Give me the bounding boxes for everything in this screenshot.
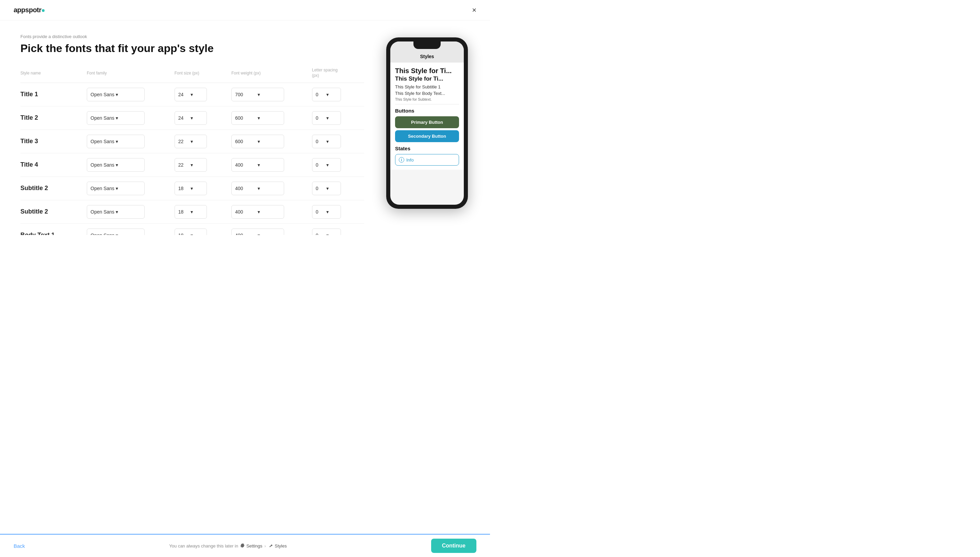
logo-dot xyxy=(42,9,44,12)
chevron-down-icon: ▾ xyxy=(116,186,141,191)
letter-spacing-value: 0 xyxy=(316,186,327,191)
font-family-select[interactable]: Open Sans ▾ xyxy=(87,111,145,125)
letter-spacing-value: 0 xyxy=(316,115,327,121)
letter-spacing-value: 0 xyxy=(316,92,327,97)
chevron-down-icon: ▾ xyxy=(116,139,141,144)
font-weight-select[interactable]: 400 ▾ xyxy=(231,158,284,172)
chevron-down-icon: ▾ xyxy=(326,186,337,191)
font-family-value: Open Sans xyxy=(90,139,116,144)
font-weight-value: 400 xyxy=(235,186,258,191)
font-weight-select[interactable]: 700 ▾ xyxy=(231,88,284,101)
chevron-down-icon: ▾ xyxy=(191,186,203,191)
font-weight-select[interactable]: 600 ▾ xyxy=(231,111,284,125)
font-family-select[interactable]: Open Sans ▾ xyxy=(87,135,145,148)
letter-spacing-select[interactable]: 0 ▾ xyxy=(312,205,341,219)
font-family-select[interactable]: Open Sans ▾ xyxy=(87,158,145,172)
style-name-cell: Title 1 xyxy=(20,91,38,98)
main-content: Fonts provide a distinctive outlook Pick… xyxy=(0,20,490,235)
page-subtitle: Fonts provide a distinctive outlook xyxy=(20,34,364,39)
logo-text: appspotr xyxy=(14,6,41,14)
style-name-cell: Subtitle 2 xyxy=(20,185,48,191)
chevron-down-icon: ▾ xyxy=(191,233,203,235)
phone-mockup: Styles This Style for Ti... This Style f… xyxy=(386,37,468,209)
font-size-value: 22 xyxy=(178,162,191,168)
col-letter-spacing: Letter spacing(px) xyxy=(312,65,364,83)
right-panel: Styles This Style for Ti... This Style f… xyxy=(378,34,476,235)
chevron-down-icon: ▾ xyxy=(258,162,280,168)
font-size-value: 24 xyxy=(178,92,191,97)
font-family-value: Open Sans xyxy=(90,162,116,168)
font-size-select[interactable]: 24 ▾ xyxy=(175,88,207,101)
letter-spacing-select[interactable]: 0 ▾ xyxy=(312,228,341,235)
letter-spacing-value: 0 xyxy=(316,233,327,235)
col-font-size: Font size (px) xyxy=(175,65,231,83)
table-row: Subtitle 2 Open Sans ▾ 18 ▾ 400 ▾ 0 ▾ xyxy=(20,200,364,223)
table-row: Title 3 Open Sans ▾ 22 ▾ 600 ▾ 0 ▾ xyxy=(20,130,364,153)
font-size-select[interactable]: 18 ▾ xyxy=(175,182,207,195)
font-size-select[interactable]: 22 ▾ xyxy=(175,158,207,172)
table-row: Title 2 Open Sans ▾ 24 ▾ 600 ▾ 0 ▾ xyxy=(20,106,364,130)
font-family-value: Open Sans xyxy=(90,92,116,97)
letter-spacing-select[interactable]: 0 ▾ xyxy=(312,88,341,101)
phone-subtext: This Style for Subtext. xyxy=(395,97,459,104)
letter-spacing-select[interactable]: 0 ▾ xyxy=(312,135,341,148)
phone-secondary-button[interactable]: Secondary Button xyxy=(395,130,459,142)
chevron-down-icon: ▾ xyxy=(116,115,141,121)
chevron-down-icon: ▾ xyxy=(191,209,203,215)
font-weight-value: 700 xyxy=(235,92,258,97)
font-family-select[interactable]: Open Sans ▾ xyxy=(87,182,145,195)
font-weight-value: 400 xyxy=(235,162,258,168)
letter-spacing-select[interactable]: 0 ▾ xyxy=(312,182,341,195)
font-size-select[interactable]: 24 ▾ xyxy=(175,111,207,125)
font-weight-value: 400 xyxy=(235,233,258,235)
font-size-select[interactable]: 18 ▾ xyxy=(175,205,207,219)
chevron-down-icon: ▾ xyxy=(258,92,280,97)
font-size-select[interactable]: 18 ▾ xyxy=(175,228,207,235)
style-name-cell: Subtitle 2 xyxy=(20,208,48,215)
chevron-down-icon: ▾ xyxy=(326,115,337,121)
font-size-value: 24 xyxy=(178,115,191,121)
font-weight-select[interactable]: 600 ▾ xyxy=(231,135,284,148)
font-weight-value: 600 xyxy=(235,115,258,121)
chevron-down-icon: ▾ xyxy=(191,162,203,168)
chevron-down-icon: ▾ xyxy=(116,209,141,215)
font-size-value: 18 xyxy=(178,209,191,215)
font-weight-select[interactable]: 400 ▾ xyxy=(231,205,284,219)
style-name-cell: Body Text 1 xyxy=(20,231,55,235)
logo: appspotr xyxy=(14,6,44,14)
style-name-cell: Title 4 xyxy=(20,161,38,168)
font-family-value: Open Sans xyxy=(90,186,116,191)
phone-info-field: i Info xyxy=(395,154,459,166)
chevron-down-icon: ▾ xyxy=(326,92,337,97)
phone-body-text: This Style for Body Text... xyxy=(395,91,459,96)
font-family-select[interactable]: Open Sans ▾ xyxy=(87,88,145,101)
letter-spacing-select[interactable]: 0 ▾ xyxy=(312,111,341,125)
table-row: Subtitle 2 Open Sans ▾ 18 ▾ 400 ▾ 0 ▾ xyxy=(20,176,364,200)
font-weight-value: 400 xyxy=(235,209,258,215)
font-family-value: Open Sans xyxy=(90,209,116,215)
table-row: Title 1 Open Sans ▾ 24 ▾ 700 ▾ 0 ▾ xyxy=(20,83,364,106)
close-button[interactable]: × xyxy=(472,7,476,14)
font-size-value: 22 xyxy=(178,139,191,144)
font-weight-select[interactable]: 400 ▾ xyxy=(231,182,284,195)
font-size-value: 18 xyxy=(178,186,191,191)
info-icon: i xyxy=(399,157,404,163)
chevron-down-icon: ▾ xyxy=(258,115,280,121)
chevron-down-icon: ▾ xyxy=(191,92,203,97)
font-family-select[interactable]: Open Sans ▾ xyxy=(87,228,145,235)
phone-content: This Style for Ti... This Style for Ti..… xyxy=(390,63,464,170)
font-table-scroll[interactable]: Style name Font family Font size (px) Fo… xyxy=(20,65,364,235)
phone-primary-button[interactable]: Primary Button xyxy=(395,116,459,128)
info-label: Info xyxy=(406,158,414,163)
chevron-down-icon: ▾ xyxy=(326,162,337,168)
font-weight-select[interactable]: 400 ▾ xyxy=(231,228,284,235)
font-size-value: 18 xyxy=(178,233,191,235)
font-size-select[interactable]: 22 ▾ xyxy=(175,135,207,148)
chevron-down-icon: ▾ xyxy=(258,186,280,191)
chevron-down-icon: ▾ xyxy=(326,233,337,235)
letter-spacing-select[interactable]: 0 ▾ xyxy=(312,158,341,172)
table-row: Body Text 1 Open Sans ▾ 18 ▾ 400 ▾ 0 ▾ xyxy=(20,223,364,235)
phone-notch xyxy=(413,41,441,49)
font-family-select[interactable]: Open Sans ▾ xyxy=(87,205,145,219)
page-title: Pick the fonts that fit your app's style xyxy=(20,42,364,55)
